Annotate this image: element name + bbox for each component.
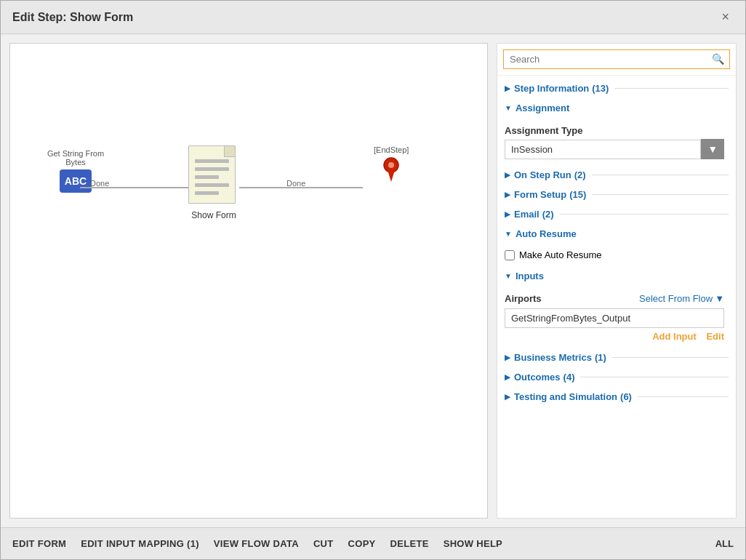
arrow-down-icon-2: ▼: [505, 230, 512, 238]
section-auto-resume[interactable]: ▼ Auto Resume: [497, 224, 736, 244]
arrow-down-icon: ▼: [505, 104, 512, 112]
section-form-setup[interactable]: ▶ Form Setup (15): [497, 185, 736, 204]
flow-canvas-area: Get String From Bytes ABC Done: [9, 43, 488, 519]
dialog-body: Get String From Bytes ABC Done: [1, 34, 745, 527]
arrow-right-icon-6: ▶: [505, 373, 510, 381]
search-bar: 🔍: [497, 44, 736, 76]
section-assignment[interactable]: ▼ Assignment: [497, 98, 736, 118]
svg-marker-2: [388, 170, 395, 182]
divider-4: [560, 214, 729, 215]
section-outcomes[interactable]: ▶ Outcomes (4): [497, 367, 736, 387]
pin-icon: [383, 157, 399, 182]
divider-6: [580, 377, 729, 377]
make-auto-resume-label: Make Auto Resume: [519, 249, 601, 260]
dialog-title: Edit Step: Show Form: [12, 11, 133, 24]
form-page: [188, 145, 236, 204]
edit-input-mapping-button[interactable]: EDIT INPUT MAPPING (1): [81, 535, 199, 552]
divider: [614, 88, 729, 89]
show-help-button[interactable]: SHOW HELP: [444, 535, 502, 552]
on-step-run-label: On Step Run: [514, 169, 571, 180]
form-line-1: [195, 159, 229, 163]
view-flow-data-button[interactable]: VIEW FLOW DATA: [214, 535, 299, 552]
edit-form-button[interactable]: EDIT FORM: [12, 535, 66, 552]
step-information-count: (13): [592, 83, 609, 94]
select-from-flow-label: Select From Flow: [639, 293, 713, 304]
airports-row: Airports Select From Flow ▼: [505, 293, 724, 304]
all-button[interactable]: ALL: [715, 538, 734, 549]
arrow-right-icon-2: ▶: [505, 171, 510, 179]
dialog-header: Edit Step: Show Form ×: [1, 1, 745, 34]
section-business-metrics[interactable]: ▶ Business Metrics (1): [497, 348, 736, 367]
email-label: Email: [514, 209, 540, 220]
search-input[interactable]: [503, 49, 730, 69]
form-line-5: [195, 191, 219, 195]
business-metrics-count: (1): [595, 352, 606, 363]
assignment-type-select[interactable]: InSession: [505, 140, 701, 159]
assignment-label: Assignment: [516, 103, 569, 113]
delete-button[interactable]: DELETE: [390, 535, 429, 552]
assignment-type-label: Assignment Type: [505, 125, 724, 136]
arrow-right-icon-5: ▶: [505, 353, 510, 361]
outcomes-label: Outcomes: [514, 372, 561, 383]
step-information-label: Step Information: [514, 83, 589, 94]
select-from-flow-arrow: ▼: [715, 293, 724, 304]
form-icon: [188, 145, 239, 207]
auto-resume-label: Auto Resume: [516, 228, 577, 239]
form-setup-count: (15): [569, 189, 586, 200]
section-email[interactable]: ▶ Email (2): [497, 204, 736, 224]
search-icon: 🔍: [712, 53, 724, 65]
inputs-content: Airports Select From Flow ▼ Add Input Ed…: [497, 286, 736, 348]
form-line-3: [195, 175, 219, 179]
assignment-type-dropdown-btn[interactable]: ▼: [701, 139, 724, 159]
arrow-right-icon-7: ▶: [505, 393, 510, 401]
right-panel: 🔍 ▶ Step Information (13) ▼ Assignment A…: [497, 43, 737, 519]
make-auto-resume-checkbox[interactable]: [505, 250, 515, 260]
node2-label: Show Form: [191, 210, 236, 220]
form-lines: [189, 146, 235, 205]
select-from-flow-btn[interactable]: Select From Flow ▼: [639, 293, 724, 304]
form-line-4: [195, 183, 229, 187]
edit-link[interactable]: Edit: [706, 331, 724, 342]
dialog-footer: EDIT FORM EDIT INPUT MAPPING (1) VIEW FL…: [1, 527, 745, 559]
airports-label: Airports: [505, 293, 563, 304]
make-auto-resume-row: Make Auto Resume: [505, 249, 724, 260]
edit-step-dialog: Edit Step: Show Form × Get String From B…: [0, 0, 746, 560]
section-on-step-run[interactable]: ▶ On Step Run (2): [497, 165, 736, 185]
arrow-down-icon-3: ▼: [505, 272, 512, 280]
airports-input[interactable]: [505, 308, 724, 328]
arrow-right-icon: ▶: [505, 84, 510, 92]
connector1-label: Done: [90, 179, 109, 188]
cut-button[interactable]: CUT: [313, 535, 334, 552]
business-metrics-label: Business Metrics: [514, 352, 592, 363]
email-count: (2): [542, 209, 554, 220]
outcomes-count: (4): [563, 372, 575, 383]
arrow-right-icon-4: ▶: [505, 210, 510, 218]
section-testing-simulation[interactable]: ▶ Testing and Simulation (6): [497, 387, 736, 407]
flow-canvas: Get String From Bytes ABC Done: [10, 44, 487, 518]
divider-3: [592, 194, 729, 195]
connector2-label: Done: [286, 179, 305, 188]
testing-simulation-count: (6): [620, 391, 632, 402]
panel-content: ▶ Step Information (13) ▼ Assignment Ass…: [497, 76, 736, 518]
section-inputs[interactable]: ▼ Inputs: [497, 266, 736, 286]
section-step-information[interactable]: ▶ Step Information (13): [497, 79, 736, 98]
node-end-step[interactable]: [EndStep]: [374, 145, 409, 182]
auto-resume-content: Make Auto Resume: [497, 244, 736, 266]
input-actions: Add Input Edit: [505, 331, 724, 342]
divider-7: [638, 396, 729, 397]
divider-2: [592, 175, 729, 175]
node1-label: Get String From Bytes: [47, 149, 105, 167]
form-line-2: [195, 167, 229, 171]
node1-abbr: ABC: [60, 169, 92, 193]
add-input-link[interactable]: Add Input: [652, 331, 697, 342]
node-show-form[interactable]: Show Form: [188, 145, 239, 220]
end-step-label: [EndStep]: [374, 145, 409, 154]
svg-point-1: [388, 162, 394, 168]
assignment-section-content: Assignment Type InSession ▼: [497, 118, 736, 165]
close-button[interactable]: ×: [717, 8, 734, 26]
inputs-label: Inputs: [516, 271, 544, 281]
testing-simulation-label: Testing and Simulation: [514, 391, 617, 402]
copy-button[interactable]: COPY: [348, 535, 376, 552]
arrow-right-icon-3: ▶: [505, 191, 510, 199]
form-setup-label: Form Setup: [514, 189, 566, 200]
